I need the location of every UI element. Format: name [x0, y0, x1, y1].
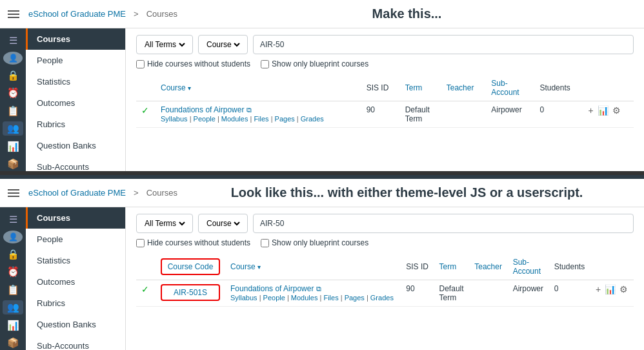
hide-checkbox-top[interactable] — [136, 60, 145, 68]
course-table-bottom: Course Code Course ▾ SIS ID Term Teacher… — [136, 254, 634, 307]
nav-icon-list[interactable]: 📋 — [3, 104, 23, 118]
syllabus-link-top[interactable]: Syllabus — [161, 115, 188, 123]
nav-icon-clock-bottom[interactable]: ⏰ — [3, 265, 23, 279]
stats-icon-bottom[interactable]: 📊 — [605, 284, 616, 294]
course-name-link-top[interactable]: Foundations of Airpower ⧉ — [161, 105, 252, 114]
term-filter-top[interactable]: All Terms — [136, 35, 193, 54]
sidebar-item-statistics-bottom[interactable]: Statistics — [26, 250, 125, 271]
files-link-top[interactable]: Files — [254, 115, 268, 123]
content-area-top: ☰ 👤 🔒 ⏰ 📋 👥 📊 📦 Courses People Statistic… — [0, 28, 644, 171]
nav-icon-clock[interactable]: ⏰ — [3, 86, 23, 100]
row-term-bottom: DefaultTerm — [434, 280, 470, 307]
sidebar-item-courses-top[interactable]: Courses — [26, 28, 125, 50]
term-filter-bottom[interactable]: All Terms — [136, 214, 193, 233]
type-filter-bottom[interactable]: Course — [198, 214, 248, 233]
course-name-link-bottom[interactable]: Foundations of Airpower ⧉ — [230, 284, 321, 293]
topbar-left-top: eSchool of Graduate PME > Courses — [8, 9, 177, 19]
nav-icon-box-bottom[interactable]: 📦 — [3, 336, 23, 350]
breadcrumb-school-bottom[interactable]: eSchool of Graduate PME — [28, 188, 126, 198]
main-content-bottom: All Terms Course Hide courses without st… — [126, 207, 644, 350]
sidebar-item-outcomes-top[interactable]: Outcomes — [26, 92, 125, 114]
page-title-bottom: Look like this... with either theme-leve… — [177, 185, 636, 200]
type-filter-top[interactable]: Course — [198, 35, 248, 54]
people-link-top[interactable]: People — [194, 115, 216, 123]
course-code-value[interactable]: AIR-501S — [161, 284, 220, 301]
nav-avatar-top[interactable]: 👤 — [3, 52, 23, 65]
nav-icon-people[interactable]: 👥 — [3, 121, 23, 136]
checkboxes-row-top: Hide courses without students Show only … — [136, 59, 634, 68]
row-status-top: ✓ — [136, 101, 156, 128]
modules-link-top[interactable]: Modules — [221, 115, 248, 123]
syllabus-link-bottom[interactable]: Syllabus — [230, 294, 257, 302]
sidebar-item-questionbanks-bottom[interactable]: Question Banks — [26, 314, 125, 335]
nav-icon-chart[interactable]: 📊 — [3, 139, 23, 154]
search-input-bottom[interactable] — [253, 214, 634, 233]
pages-link-bottom[interactable]: Pages — [345, 294, 365, 302]
content-area-bottom: ☰ 👤 🔒 ⏰ 📋 👥 📊 📦 Courses People Statistic… — [0, 207, 644, 350]
sidebar-item-subaccounts-top[interactable]: Sub-Accounts — [26, 156, 125, 171]
nav-icon-list-bottom[interactable]: 📋 — [3, 283, 23, 297]
search-input-top[interactable] — [253, 35, 634, 54]
hamburger-icon[interactable] — [8, 10, 19, 18]
sidebar-item-questionbanks-top[interactable]: Question Banks — [26, 135, 125, 156]
modules-link-bottom[interactable]: Modules — [291, 294, 318, 302]
sidebar-item-courses-bottom[interactable]: Courses — [26, 207, 125, 229]
people-link-bottom[interactable]: People — [263, 294, 285, 302]
grades-link-bottom[interactable]: Grades — [370, 294, 394, 302]
nav-icon-chart-bottom[interactable]: 📊 — [3, 318, 23, 333]
breadcrumb-sep-bottom: > — [134, 188, 139, 198]
term-select-bottom[interactable]: All Terms — [142, 218, 187, 229]
stats-icon-top[interactable]: 📊 — [598, 105, 609, 116]
th-students-top: Students — [534, 75, 583, 101]
sidebar-item-people-top[interactable]: People — [26, 50, 125, 71]
hide-checkbox-label-top[interactable]: Hide courses without students — [136, 59, 250, 68]
nav-icon-lock-bottom[interactable]: 🔒 — [3, 247, 23, 262]
nav-icon-box[interactable]: 📦 — [3, 157, 23, 171]
add-icon-bottom[interactable]: + — [596, 284, 601, 294]
th-course-bottom[interactable]: Course ▾ — [225, 254, 401, 280]
nav-icon-menu[interactable]: ☰ — [3, 34, 23, 48]
blueprint-checkbox-label-bottom[interactable]: Show only blueprint courses — [261, 238, 368, 247]
blueprint-checkbox-bottom[interactable] — [261, 239, 269, 247]
action-icons-top: + 📊 ⚙ — [589, 105, 629, 116]
settings-icon-top[interactable]: ⚙ — [612, 105, 621, 116]
add-icon-top[interactable]: + — [589, 105, 594, 116]
sidebar-item-subaccounts-bottom[interactable]: Sub-Accounts — [26, 335, 125, 350]
action-icons-bottom: + 📊 ⚙ — [596, 284, 629, 294]
th-status-top — [136, 75, 156, 101]
sidebar-item-outcomes-bottom[interactable]: Outcomes — [26, 271, 125, 293]
blueprint-checkbox-top[interactable] — [261, 60, 269, 68]
course-sub-links-bottom: Syllabus | People | Modules | Files | Pa… — [230, 294, 394, 302]
th-sisid-bottom: SIS ID — [401, 254, 434, 280]
breadcrumb-school-top[interactable]: eSchool of Graduate PME — [28, 9, 126, 19]
nav-icon-lock[interactable]: 🔒 — [3, 68, 23, 83]
sidebar-item-rubrics-top[interactable]: Rubrics — [26, 114, 125, 135]
settings-icon-bottom[interactable]: ⚙ — [619, 284, 628, 294]
row-sisid-bottom: 90 — [401, 280, 434, 307]
sort-arrow-top: ▾ — [188, 85, 191, 92]
copy-icon-top: ⧉ — [247, 106, 252, 114]
pages-link-top[interactable]: Pages — [275, 115, 295, 123]
breadcrumb-page-top: Courses — [146, 9, 177, 19]
sidebar-item-people-bottom[interactable]: People — [26, 229, 125, 250]
nav-icon-people-bottom[interactable]: 👥 — [3, 300, 23, 314]
row-status-bottom: ✓ — [136, 280, 156, 307]
nav-avatar-bottom[interactable]: 👤 — [3, 231, 23, 243]
nav-icon-menu-bottom[interactable]: ☰ — [3, 212, 23, 227]
term-select-top[interactable]: All Terms — [142, 39, 187, 50]
blueprint-checkbox-label-top[interactable]: Show only blueprint courses — [261, 59, 368, 68]
sidebar-item-statistics-top[interactable]: Statistics — [26, 71, 125, 92]
th-course-top[interactable]: Course ▾ — [156, 75, 361, 101]
hide-checkbox-bottom[interactable] — [136, 239, 145, 247]
type-select-bottom[interactable]: Course — [204, 218, 242, 229]
th-coursecode-bottom[interactable]: Course Code — [156, 254, 225, 280]
th-course-label-bottom: Course — [230, 262, 256, 271]
hamburger-icon-bottom[interactable] — [8, 189, 19, 197]
type-select-top[interactable]: Course — [204, 39, 242, 50]
grades-link-top[interactable]: Grades — [301, 115, 324, 123]
files-link-bottom[interactable]: Files — [323, 294, 338, 302]
row-coursecode-bottom: AIR-501S — [156, 280, 225, 307]
sidebar-item-rubrics-bottom[interactable]: Rubrics — [26, 293, 125, 314]
panel-bottom: eSchool of Graduate PME > Courses Look l… — [0, 179, 644, 350]
hide-checkbox-label-bottom[interactable]: Hide courses without students — [136, 238, 250, 247]
